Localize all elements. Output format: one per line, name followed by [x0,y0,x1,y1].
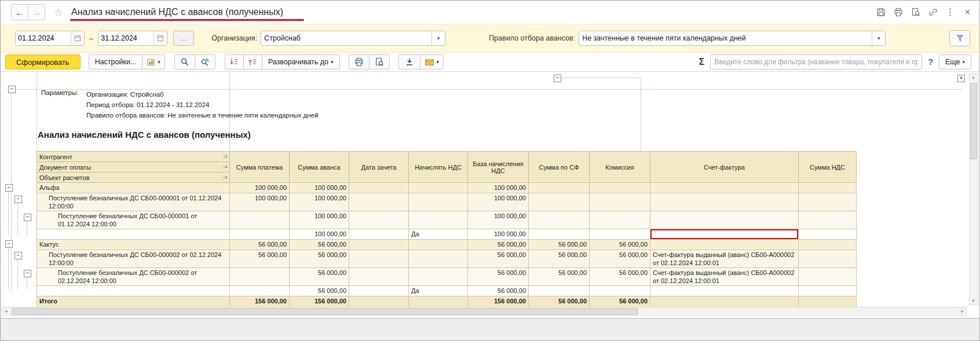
sort-icon[interactable]: ↓≡ [222,174,227,180]
print-button[interactable] [349,54,370,69]
column-group-collapse-button[interactable]: − [554,75,561,82]
row-group-collapse-button[interactable]: − [24,214,31,221]
scroll-right-icon[interactable]: ► [960,309,964,313]
report-cell[interactable] [650,211,799,229]
report-cell[interactable]: 56 000,00 [290,250,349,268]
scroll-up-icon[interactable]: ▲ [971,75,975,79]
report-cell[interactable]: 156 000,00 [290,296,349,307]
report-cell[interactable] [529,193,590,211]
report-cell[interactable]: Да [409,229,468,240]
report-cell[interactable]: 100 000,00 [468,183,529,193]
report-cell[interactable]: 56 000,00 [468,240,529,250]
report-row-name[interactable]: Поступление безналичных ДС СБ00-000001 о… [37,193,230,211]
find-next-button[interactable] [195,54,215,69]
column-header[interactable]: Сумма аванса [290,152,349,183]
report-cell[interactable] [349,229,409,240]
column-header[interactable]: Комиссия [590,152,650,183]
report-cell[interactable] [799,229,857,240]
column-header[interactable]: Сумма платежа [230,152,290,183]
send-email-button[interactable]: ▾ [420,54,444,69]
report-cell[interactable] [590,193,650,211]
organization-combo[interactable]: Стройснаб ▾ [261,31,445,46]
report-cell[interactable]: 100 000,00 [230,183,290,193]
advance-rule-combo[interactable]: Не зачтенные в течение пяти календарных … [579,31,886,46]
report-cell[interactable]: 100 000,00 [468,193,529,211]
report-row-name[interactable]: Альфа [37,183,230,193]
collapse-groups-button[interactable] [225,54,244,69]
chevron-down-icon[interactable]: ▾ [432,31,445,45]
quick-filter-input[interactable] [710,54,922,69]
report-cell[interactable] [650,193,799,211]
report-cell[interactable]: 100 000,00 [290,211,349,229]
sort-icon[interactable]: ↓≡ [222,164,227,170]
row-grouping-header[interactable]: Объект расчетов↓≡ [37,173,230,183]
report-cell[interactable]: 56 000,00 [230,250,290,268]
report-cell[interactable]: 100 000,00 [290,183,349,193]
report-cell[interactable] [230,268,290,286]
report-cell[interactable]: 100 000,00 [230,193,290,211]
save-file-button[interactable] [398,54,420,69]
report-cell[interactable] [349,183,409,193]
report-cell[interactable] [590,286,650,296]
print-icon[interactable] [893,8,903,17]
sort-icon[interactable]: ↓≡ [222,153,227,159]
calendar-icon[interactable] [71,31,84,45]
report-cell[interactable] [529,211,590,229]
row-group-collapse-button[interactable]: − [14,196,22,203]
report-cell[interactable] [650,286,799,296]
report-cell[interactable] [349,250,409,268]
column-header[interactable]: Сумма по СФ [529,152,590,183]
row-group-collapse-button[interactable]: − [5,240,13,248]
report-cell[interactable] [230,229,290,240]
report-cell[interactable] [349,193,409,211]
settings-button[interactable]: Настройки... [89,54,143,69]
row-grouping-header[interactable]: Контрагент↓≡ [37,152,230,162]
report-cell[interactable]: 56 000,00 [529,296,590,307]
column-header[interactable]: Начислять НДС [409,152,468,183]
report-cell[interactable] [650,183,799,193]
scroll-down-icon[interactable]: ▼ [971,299,975,303]
vertical-scrollbar[interactable]: ▲ ▼ [969,73,978,305]
vertical-scrollbar-thumb[interactable] [970,83,977,159]
report-cell[interactable]: 100 000,00 [468,229,529,240]
report-row-name[interactable]: Поступление безналичных ДС СБ00-000001 о… [37,211,230,229]
report-cell[interactable] [409,268,468,286]
report-cell[interactable] [230,286,290,296]
report-cell[interactable]: 56 000,00 [290,286,349,296]
print-preview-icon[interactable] [910,8,920,17]
forward-button[interactable]: → [28,5,45,20]
report-row-name[interactable]: Поступление безналичных ДС СБ00-000002 о… [37,268,230,286]
date-from-input[interactable] [16,34,71,42]
back-button[interactable]: ← [12,5,28,20]
column-header[interactable]: Сумма НДС [799,152,857,183]
report-cell[interactable]: 156 000,00 [468,296,529,307]
report-row-name[interactable]: Кактус [37,240,230,250]
report-cell[interactable]: 56 000,00 [529,268,590,286]
report-row-name[interactable]: Итого [37,296,230,307]
report-cell[interactable]: 56 000,00 [529,250,590,268]
report-cell[interactable]: 56 000,00 [529,240,590,250]
report-cell[interactable]: Счет-фактура выданный (аванс) СБ00-А0000… [650,268,799,286]
report-cell[interactable] [799,211,857,229]
help-button[interactable]: ? [928,57,933,67]
chevron-down-icon[interactable]: ▾ [872,31,885,45]
report-row-name[interactable] [37,229,230,240]
report-cell[interactable] [590,211,650,229]
report-cell[interactable] [349,286,409,296]
report-cell[interactable]: 56 000,00 [468,286,529,296]
get-link-icon[interactable] [928,8,938,17]
report-cell[interactable]: 56 000,00 [590,250,650,268]
scroll-left-icon[interactable]: ◄ [4,309,8,313]
report-cell[interactable]: Да [409,286,468,296]
date-to-input[interactable] [98,34,153,42]
close-icon[interactable]: × [963,8,972,17]
report-cell[interactable] [349,268,409,286]
report-cell[interactable] [590,229,650,240]
report-cell[interactable] [409,193,468,211]
report-cell[interactable] [409,211,468,229]
report-cell[interactable]: 56 000,00 [590,240,650,250]
row-group-collapse-button[interactable]: − [24,270,31,277]
report-cell[interactable] [409,250,468,268]
column-header[interactable]: Счет-фактура [650,152,799,183]
row-group-collapse-button[interactable]: − [8,86,16,93]
